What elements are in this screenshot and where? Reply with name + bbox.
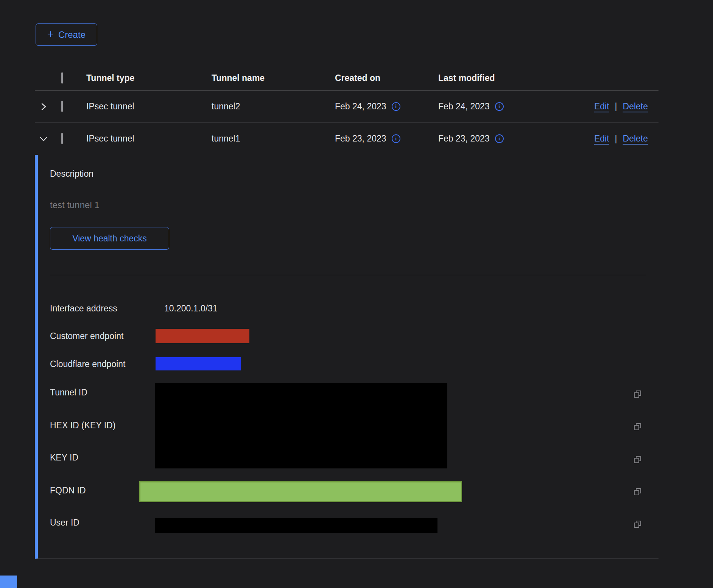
action-separator: | [615, 101, 617, 112]
copy-icon [633, 520, 642, 529]
description-value: test tunnel 1 [50, 200, 100, 210]
tunnel-detail-panel: Description test tunnel 1 View health ch… [35, 155, 659, 559]
copy-icon [633, 487, 642, 496]
copy-tunnel-id-button[interactable] [633, 389, 642, 399]
expand-row-button[interactable] [38, 101, 49, 112]
user-id-redacted-value [155, 518, 437, 533]
copy-icon [633, 389, 642, 399]
create-button-label: Create [58, 30, 86, 40]
delete-link[interactable]: Delete [623, 101, 648, 112]
info-icon[interactable]: i [495, 102, 504, 111]
tunnels-table: Tunnel type Tunnel name Created on Last … [35, 65, 659, 155]
cloudflare-endpoint-label: Cloudflare endpoint [50, 359, 125, 369]
tunnel-name-cell: tunnel2 [212, 101, 335, 112]
view-health-checks-button[interactable]: View health checks [50, 227, 169, 250]
row-checkbox[interactable] [61, 101, 63, 112]
copy-key-id-button[interactable] [633, 455, 642, 464]
tunnel-type-cell: IPsec tunnel [86, 101, 212, 112]
edit-link[interactable]: Edit [594, 101, 609, 112]
tunnel-name-cell: tunnel1 [212, 134, 335, 144]
copy-icon [633, 422, 642, 431]
fqdn-id-label: FQDN ID [50, 485, 86, 496]
chevron-right-icon [39, 103, 48, 111]
plus-icon: + [47, 29, 54, 40]
created-on-cell: Feb 24, 2023 [335, 101, 386, 112]
user-id-label: User ID [50, 518, 79, 528]
customer-endpoint-label: Customer endpoint [50, 331, 123, 341]
copy-icon [633, 455, 642, 464]
copy-user-id-button[interactable] [633, 520, 642, 529]
table-row: IPsec tunnel tunnel2 Feb 24, 2023 i Feb … [35, 91, 659, 123]
description-label: Description [50, 169, 93, 179]
delete-link[interactable]: Delete [623, 134, 648, 144]
copy-fqdn-id-button[interactable] [633, 487, 642, 496]
tunnel-type-cell: IPsec tunnel [86, 134, 212, 144]
copy-hex-id-button[interactable] [633, 422, 642, 431]
edit-link[interactable]: Edit [594, 134, 609, 144]
tunnel-hex-key-ids-redacted-value [155, 383, 447, 468]
fqdn-id-redacted-value [139, 481, 462, 502]
hex-id-label: HEX ID (KEY ID) [50, 420, 115, 431]
cut-off-blue-element [0, 576, 17, 588]
table-header-row: Tunnel type Tunnel name Created on Last … [35, 65, 659, 91]
divider [50, 275, 646, 275]
info-icon[interactable]: i [392, 134, 400, 143]
header-tunnel-name: Tunnel name [212, 73, 335, 83]
cloudflare-endpoint-redacted-value [156, 357, 241, 370]
info-icon[interactable]: i [495, 134, 504, 143]
tunnels-page: + Create Tunnel type Tunnel name Created… [0, 0, 713, 588]
header-last-modified: Last modified [438, 73, 553, 83]
collapse-row-button[interactable] [38, 133, 49, 145]
interface-address-label: Interface address [50, 303, 117, 314]
interface-address-value: 10.200.1.0/31 [164, 303, 218, 314]
create-button[interactable]: + Create [36, 23, 97, 46]
select-all-checkbox[interactable] [61, 72, 63, 84]
info-icon[interactable]: i [392, 102, 400, 111]
table-row: IPsec tunnel tunnel1 Feb 23, 2023 i Feb … [35, 123, 659, 155]
chevron-down-icon [39, 135, 48, 143]
tunnel-id-label: Tunnel ID [50, 387, 87, 398]
row-checkbox[interactable] [61, 133, 63, 144]
action-separator: | [615, 134, 617, 144]
header-created-on: Created on [335, 73, 438, 83]
header-tunnel-type: Tunnel type [86, 73, 212, 83]
created-on-cell: Feb 23, 2023 [335, 134, 386, 144]
last-modified-cell: Feb 24, 2023 [438, 101, 490, 112]
last-modified-cell: Feb 23, 2023 [438, 134, 490, 144]
key-id-label: KEY ID [50, 453, 78, 463]
customer-endpoint-redacted-value [156, 329, 249, 343]
